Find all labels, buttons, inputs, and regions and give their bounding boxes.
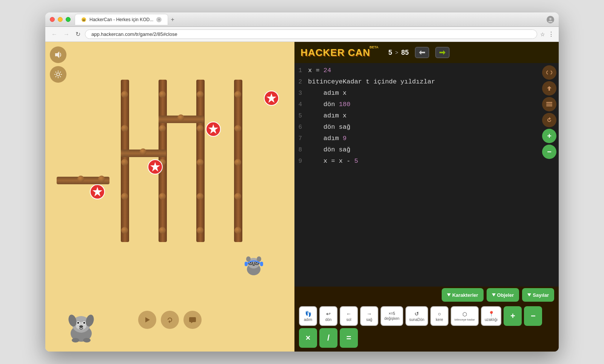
add-line-button[interactable]: +: [542, 129, 556, 143]
fence-knob: [159, 227, 166, 234]
sound-button[interactable]: [50, 46, 66, 63]
settings-icon: [54, 70, 62, 79]
code-token: 9: [343, 135, 347, 142]
menu-button[interactable]: [542, 97, 556, 111]
multiply-math-icon: ×: [306, 333, 311, 343]
down-arrow-icon: [527, 293, 531, 296]
upload-button[interactable]: [542, 81, 556, 96]
raccoon-character: [242, 253, 264, 276]
refresh-button[interactable]: ↻: [74, 30, 82, 39]
tab-close-button[interactable]: ×: [156, 17, 162, 22]
adim-button[interactable]: 👣 adım: [299, 306, 317, 326]
svg-point-22: [256, 262, 257, 264]
play-icon: [144, 316, 151, 323]
degisken-button[interactable]: ×=5 değişken: [381, 306, 403, 326]
kere-icon: ○: [438, 311, 441, 317]
fence-knob: [197, 125, 203, 132]
sunadon-label: sunaDön: [409, 318, 424, 322]
chat-button[interactable]: [183, 311, 202, 329]
divide-math-button[interactable]: /: [319, 328, 337, 348]
sag-label: sağ: [366, 318, 372, 322]
hacker-can-logo: HACKER CAN BETA: [300, 47, 379, 59]
objeler-label: Objeler: [497, 292, 514, 298]
sol-button[interactable]: ← sol: [340, 306, 358, 326]
star-icon: [147, 159, 163, 175]
minimize-button[interactable]: [58, 17, 63, 22]
game-background: [45, 42, 294, 352]
address-bar: ← → ↻ ☆ ⋮: [45, 27, 559, 42]
star-icon: [263, 90, 279, 106]
kere-button[interactable]: ○ kere: [430, 306, 448, 326]
karakterler-button[interactable]: Karakterler: [442, 288, 484, 302]
fence-knob: [197, 91, 203, 98]
line-content-1: x = 24: [308, 67, 538, 74]
level-arrow-text: >: [395, 49, 398, 56]
fence-knob: [197, 227, 203, 234]
sunadon-button[interactable]: ↺ sunaDön: [405, 306, 428, 326]
settings-button[interactable]: [50, 66, 66, 83]
sayilar-button[interactable]: Sayılar: [522, 288, 554, 302]
chat-icon: [189, 316, 196, 323]
remove-line-button[interactable]: −: [542, 145, 556, 159]
raccoon-svg: [242, 253, 266, 278]
fence-knob: [234, 91, 241, 98]
code-token: dön: [308, 101, 339, 108]
browser-menu-icon[interactable]: ⋮: [548, 31, 554, 38]
back-button[interactable]: ←: [50, 30, 59, 39]
star-badge: [205, 121, 221, 137]
close-button[interactable]: [50, 17, 55, 22]
degisken-icon: ×=5: [388, 312, 395, 316]
line-number-7: 7: [294, 135, 308, 142]
multiply-math-button[interactable]: ×: [299, 328, 317, 348]
uzakligi-button[interactable]: 📍 uzaklığı: [481, 306, 501, 326]
plus-math-button[interactable]: +: [504, 306, 522, 326]
bookmark-icon[interactable]: ☆: [540, 31, 545, 37]
next-level-button[interactable]: [435, 47, 450, 58]
code-view-button[interactable]: [542, 65, 556, 80]
line-number-1: 1: [294, 67, 308, 74]
fence-knob: [177, 114, 184, 121]
svg-rect-24: [245, 262, 248, 266]
code-token: x = x -: [308, 157, 354, 165]
svg-rect-25: [260, 262, 263, 266]
new-tab-button[interactable]: +: [168, 15, 177, 25]
equals-math-button[interactable]: =: [340, 328, 358, 348]
user-icon[interactable]: [547, 16, 554, 23]
address-input[interactable]: [85, 29, 537, 39]
code-token: bitinceyeKadar t içinde yıldızlar: [308, 78, 435, 85]
maximize-button[interactable]: [66, 17, 71, 22]
upload-icon: [547, 86, 552, 91]
mac-window: H HackerCan - Herkes için KOD... × + ← →…: [45, 12, 559, 352]
svg-point-36: [72, 338, 79, 342]
objeler-button[interactable]: Objeler: [487, 288, 519, 302]
bitinceye-button[interactable]: ⬡ bitinceye kadar: [451, 306, 479, 326]
fence-knob: [234, 227, 241, 234]
fence-knob: [121, 193, 128, 200]
active-tab[interactable]: H HackerCan - Herkes için KOD... ×: [75, 14, 168, 25]
don-button[interactable]: ↩ dön: [319, 306, 337, 326]
rotate-button[interactable]: [542, 113, 556, 127]
line-content-4: dön 180: [308, 101, 538, 108]
code-line-5: 5 adım x: [294, 111, 538, 123]
code-editor[interactable]: 1 x = 24 2 bitinceyeKadar t içinde yıldı…: [294, 63, 559, 287]
reset-button[interactable]: [161, 311, 179, 329]
svg-point-15: [246, 256, 251, 262]
code-line-7: 7 adım 9: [294, 134, 538, 145]
category-bar: Karakterler Objeler Sayılar: [294, 287, 559, 303]
line-number-4: 4: [294, 101, 308, 108]
play-button[interactable]: [138, 311, 156, 329]
title-bar: H HackerCan - Herkes için KOD... × +: [45, 12, 559, 27]
fence-knob: [77, 176, 84, 182]
fence-knob: [159, 91, 166, 98]
line-content-9: x = x - 5: [308, 157, 538, 165]
code-token: x: [308, 67, 312, 74]
prev-level-button[interactable]: [415, 47, 429, 58]
sag-button[interactable]: → sağ: [360, 306, 378, 326]
logo-beta: BETA: [370, 45, 379, 49]
don-icon: ↩: [326, 311, 331, 317]
star-badge: [89, 184, 105, 200]
svg-marker-40: [439, 50, 445, 55]
minus-math-button[interactable]: −: [524, 306, 542, 326]
forward-button[interactable]: →: [62, 30, 71, 39]
plus-icon: +: [547, 132, 552, 140]
